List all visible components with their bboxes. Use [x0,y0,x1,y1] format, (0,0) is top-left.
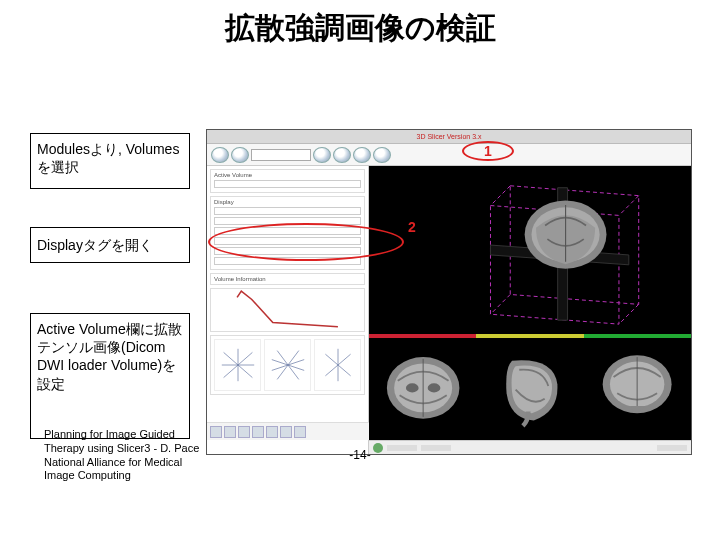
svg-line-25 [490,294,510,314]
panel-section-active-volume: Active Volume [210,169,365,193]
credit-line: Therapy using Slicer3 - D. Pace [44,442,244,456]
module-panel: Active Volume Display Volume Information [207,166,369,454]
slide-title: 拡散強調画像の検証 [0,0,720,55]
display-label: Display [214,199,361,205]
display-field[interactable] [214,227,361,235]
display-field[interactable] [214,217,361,225]
gradient-cell [314,339,361,391]
page-number: -14- [349,448,370,462]
credit-line: Planning for Image Guided [44,428,244,442]
info-label: Volume Information [214,276,361,282]
status-bar [369,440,691,454]
annotation-marker-2: 2 [408,219,416,235]
slice-views [369,334,691,440]
gradient-cell [264,339,311,391]
sagittal-slice-view[interactable] [476,334,583,440]
toolbar-button[interactable] [231,147,249,163]
3d-view[interactable] [369,166,691,334]
display-field[interactable] [214,257,361,265]
panel-icon[interactable] [294,426,306,438]
status-icon [373,443,383,453]
panel-section-display: Display [210,196,365,270]
gradient-cell [214,339,261,391]
svg-line-3 [238,365,252,378]
footer-credit: Planning for Image Guided Therapy using … [44,428,244,483]
status-segment [657,445,687,451]
coronal-slice-view[interactable] [584,334,691,440]
active-volume-select[interactable] [214,180,361,188]
svg-line-0 [223,352,237,365]
modules-dropdown[interactable] [251,149,311,161]
svg-line-16 [325,354,338,365]
svg-point-34 [427,384,440,393]
panel-icon[interactable] [266,426,278,438]
credit-line: National Alliance for Medical [44,456,244,470]
callout-step-3: Active Volume欄に拡散テンソル画像(Dicom DWI loader… [30,313,190,439]
svg-point-33 [405,384,418,393]
svg-line-1 [238,352,252,365]
svg-line-23 [619,196,639,216]
display-field[interactable] [214,207,361,215]
app-screenshot: 3D Slicer Version 3.x Active Volume Disp… [206,129,692,455]
slide-content: Modulesより, Volumesを選択 Displayタグを開く Activ… [0,55,720,475]
app-body: Active Volume Display Volume Information [207,166,691,454]
app-toolbar [207,144,691,166]
panel-icon[interactable] [280,426,292,438]
display-field[interactable] [214,237,361,245]
svg-line-22 [490,186,510,206]
gradient-directions [210,335,365,395]
callout-step-2: Displayタグを開く [30,227,190,263]
panel-icon[interactable] [252,426,264,438]
toolbar-button[interactable] [313,147,331,163]
histogram-curve [210,288,365,332]
svg-line-19 [338,365,351,376]
axial-slice-view[interactable] [369,334,476,440]
svg-line-2 [223,365,237,378]
credit-line: Image Computing [44,469,244,483]
status-segment [421,445,451,451]
svg-line-17 [338,354,351,365]
status-segment [387,445,417,451]
svg-line-18 [325,365,338,376]
toolbar-button[interactable] [333,147,351,163]
panel-section-info: Volume Information [210,273,365,285]
toolbar-button[interactable] [211,147,229,163]
toolbar-button[interactable] [373,147,391,163]
display-field[interactable] [214,247,361,255]
window-titlebar: 3D Slicer Version 3.x [207,130,691,144]
active-volume-label: Active Volume [214,172,361,178]
svg-line-24 [619,304,639,324]
callout-step-1: Modulesより, Volumesを選択 [30,133,190,189]
toolbar-button[interactable] [353,147,371,163]
